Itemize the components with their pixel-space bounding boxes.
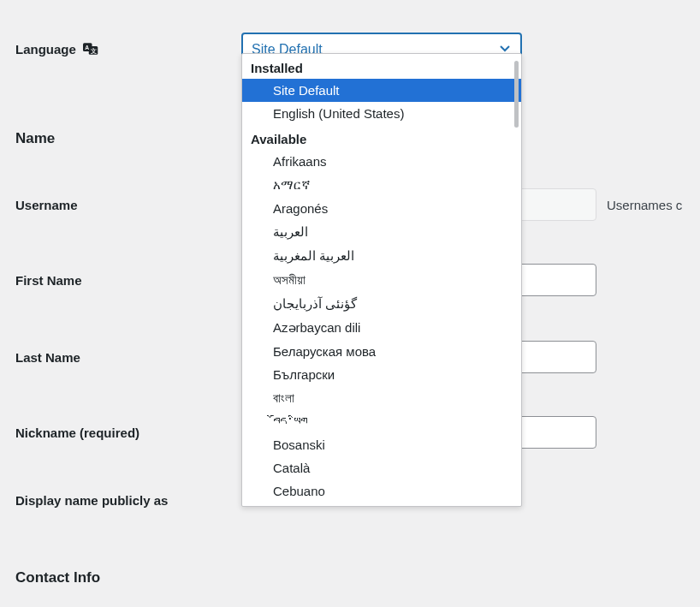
dropdown-item[interactable]: অসমীয়া: [242, 268, 521, 292]
dropdown-item[interactable]: Български: [242, 363, 521, 386]
dropdown-item[interactable]: العربية: [242, 220, 521, 244]
dropdown-item[interactable]: བོད་ཡིག: [242, 410, 521, 433]
dropdown-item[interactable]: বাংলা: [242, 386, 521, 410]
language-dropdown[interactable]: InstalledSite DefaultEnglish (United Sta…: [241, 53, 522, 507]
username-hint: Usernames c: [607, 198, 682, 212]
translate-icon: A 文: [83, 42, 98, 58]
dropdown-item[interactable]: Беларуская мова: [242, 340, 521, 363]
dropdown-item[interactable]: العربية المغربية: [242, 244, 521, 268]
dropdown-item[interactable]: Site Default: [242, 79, 521, 102]
dropdown-item[interactable]: Català: [242, 456, 521, 479]
display-name-label: Display name publicly as: [15, 493, 241, 508]
svg-text:A: A: [85, 44, 89, 50]
contact-info-heading: Contact Info: [15, 550, 241, 586]
dropdown-item[interactable]: Azərbaycan dili: [242, 316, 521, 340]
dropdown-item[interactable]: English (United States): [242, 102, 521, 125]
name-heading: Name: [15, 111, 241, 147]
dropdown-group-label: Installed: [242, 54, 521, 79]
nickname-label: Nickname (required): [15, 425, 241, 440]
dropdown-item[interactable]: Aragonés: [242, 197, 521, 220]
dropdown-group-label: Available: [242, 125, 521, 150]
dropdown-item[interactable]: گؤنئی آذربایجان: [242, 292, 521, 316]
last-name-label: Last Name: [15, 350, 241, 365]
first-name-label: First Name: [15, 273, 241, 288]
dropdown-scrollbar[interactable]: [514, 61, 519, 128]
dropdown-item[interactable]: Bosanski: [242, 433, 521, 456]
svg-text:文: 文: [90, 46, 97, 54]
dropdown-item[interactable]: Cebuano: [242, 479, 521, 503]
language-label: Language A 文: [15, 42, 241, 58]
dropdown-item[interactable]: አማርኛ: [242, 173, 521, 197]
username-label: Username: [15, 198, 241, 212]
dropdown-item[interactable]: Afrikaans: [242, 150, 521, 173]
